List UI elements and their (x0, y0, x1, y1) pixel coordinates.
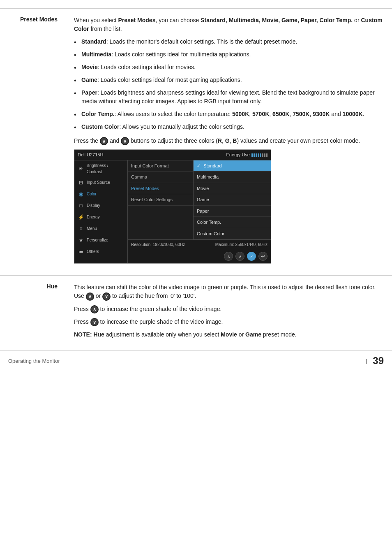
osd-header: Dell U2715H Energy Use (74, 150, 271, 160)
option-color-temp[interactable]: Color Temp. (194, 217, 271, 228)
sidebar-others[interactable]: ≔ Others (74, 246, 127, 258)
intro-paragraph: When you select Preset Modes, you can ch… (74, 16, 384, 33)
option-movie[interactable]: Movie (194, 183, 271, 195)
osd-content: Input Color Format Gamma Preset Modes Re… (128, 160, 271, 240)
osd-menu-column: Input Color Format Gamma Preset Modes Re… (128, 160, 194, 240)
hue-paragraph-2: Press ∧ to increase the green shade of t… (74, 305, 384, 313)
display-icon: □ (78, 202, 84, 209)
list-item: Game: Loads color settings ideal for mos… (74, 76, 384, 84)
preset-modes-list: Standard: Loads the monitor's default co… (74, 37, 384, 131)
hue-note: NOTE: Hue adjustment is available only w… (74, 330, 384, 339)
osd-nav-buttons: ∧ ∧ ✓ ↩ (128, 249, 271, 263)
nav-check-btn[interactable]: ✓ (247, 252, 256, 261)
menu-preset-modes[interactable]: Preset Modes (128, 183, 193, 195)
osd-main: Input Color Format Gamma Preset Modes Re… (128, 160, 271, 264)
osd-sidebar: ☀ Brightness / Contrast ⊟ Input Source ◉… (74, 160, 128, 264)
option-multimedia[interactable]: Multimedia (194, 172, 271, 183)
menu-icon: ≡ (78, 225, 84, 232)
menu-gamma[interactable]: Gamma (128, 172, 193, 183)
option-game[interactable]: Game (194, 194, 271, 206)
hue-row: Hue This feature can shift the color of … (0, 276, 392, 350)
hue-paragraph-3: Press ∨ to increase the purple shade of … (74, 318, 384, 326)
menu-reset-color[interactable]: Reset Color Settings (128, 194, 193, 206)
hue-paragraph-1: This feature can shift the color of the … (74, 283, 384, 300)
menu-input-color-format[interactable]: Input Color Format (128, 160, 193, 172)
personalize-icon: ★ (78, 237, 84, 244)
list-item: Multimedia: Loads color settings ideal f… (74, 50, 384, 59)
option-paper[interactable]: Paper (194, 206, 271, 217)
page-footer: Operating the Monitor | 39 (0, 350, 392, 371)
list-item: Color Temp.: Allows users to select the … (74, 110, 384, 118)
sidebar-menu[interactable]: ≡ Menu (74, 223, 127, 234)
hue-content: This feature can shift the color of the … (66, 276, 392, 350)
sidebar-input-source[interactable]: ⊟ Input Source (74, 177, 127, 188)
option-custom-color[interactable]: Custom Color (194, 228, 271, 240)
down-circle-icon-2: ∨ (90, 318, 99, 326)
energy-icon: ⚡ (78, 214, 84, 221)
down-button-icon: ∨ (121, 137, 129, 145)
energy-bar: Energy Use (226, 151, 267, 158)
list-item: Custom Color: Allows you to manually adj… (74, 123, 384, 131)
preset-modes-row: Preset Modes When you select Preset Mode… (0, 9, 392, 276)
osd-body: ☀ Brightness / Contrast ⊟ Input Source ◉… (74, 160, 271, 264)
sidebar-brightness[interactable]: ☀ Brightness / Contrast (74, 160, 127, 177)
osd-footer: Resolution: 1920x1080, 60Hz Maximum: 256… (128, 239, 271, 249)
footer-left-text: Operating the Monitor (8, 358, 60, 364)
up-button-icon: ∧ (100, 137, 108, 145)
sidebar-color[interactable]: ◉ Color (74, 188, 127, 200)
hue-label: Hue (0, 276, 66, 350)
osd-resolution: Resolution: 1920x1080, 60Hz (131, 241, 185, 248)
color-icon: ◉ (78, 190, 84, 198)
page-container: Preset Modes When you select Preset Mode… (0, 0, 392, 379)
footer-separator: | (366, 358, 367, 364)
up-circle-icon: ∧ (86, 292, 94, 301)
content-table: Preset Modes When you select Preset Mode… (0, 8, 392, 350)
others-icon: ≔ (78, 248, 84, 255)
nav-up-btn-2[interactable]: ∧ (235, 252, 244, 261)
brightness-icon: ☀ (78, 165, 84, 172)
footer-right: | 39 (366, 355, 384, 367)
sidebar-energy[interactable]: ⚡ Energy (74, 211, 127, 223)
page-number: 39 (373, 355, 384, 367)
check-icon: ✓ (197, 163, 202, 168)
press-paragraph: Press the ∧ and ∨ buttons to adjust the … (74, 136, 384, 145)
osd-screenshot: Dell U2715H Energy Use (74, 149, 271, 264)
option-standard[interactable]: ✓ Standard (194, 160, 271, 172)
preset-modes-content: When you select Preset Modes, you can ch… (66, 9, 392, 276)
down-circle-icon: ∨ (102, 292, 111, 301)
osd-title: Dell U2715H (78, 151, 103, 158)
sidebar-personalize[interactable]: ★ Personalize (74, 234, 127, 246)
list-item: Movie: Loads color settings ideal for mo… (74, 63, 384, 72)
nav-back-btn[interactable]: ↩ (258, 252, 267, 261)
osd-options-column: ✓ Standard Multimedia Movie Game Paper C… (194, 160, 271, 240)
osd-max-resolution: Maximum: 2560x1440, 60Hz (215, 241, 267, 248)
preset-modes-label: Preset Modes (0, 9, 66, 276)
up-circle-icon-2: ∧ (90, 305, 99, 313)
nav-up-btn[interactable]: ∧ (224, 252, 233, 261)
list-item: Paper: Loads brightness and sharpness se… (74, 88, 384, 106)
sidebar-display[interactable]: □ Display (74, 200, 127, 211)
input-source-icon: ⊟ (78, 179, 84, 186)
energy-bar-graphic (251, 153, 267, 157)
list-item: Standard: Loads the monitor's default co… (74, 37, 384, 46)
